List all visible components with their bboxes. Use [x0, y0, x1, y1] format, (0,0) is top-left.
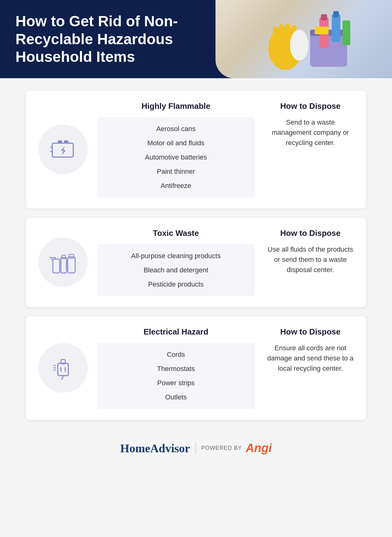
svg-rect-17	[64, 140, 68, 143]
svg-rect-25	[69, 254, 74, 258]
toxic-dispose-column: How to Dispose Use all fluids of the pro…	[267, 228, 354, 296]
battery-icon	[49, 135, 77, 163]
list-item: Paint thinner	[106, 164, 245, 179]
flammable-dispose-column: How to Dispose Send to a waste managemen…	[267, 101, 354, 198]
footer-divider	[195, 442, 196, 454]
list-item: All-purpose cleaning products	[106, 249, 245, 263]
list-item: Aerosol cans	[106, 122, 245, 136]
flammable-body: Highly Flammable Aerosol cans Motor oil …	[97, 101, 354, 198]
flammable-items-column: Highly Flammable Aerosol cans Motor oil …	[97, 101, 255, 198]
svg-rect-13	[315, 27, 329, 34]
toxic-category-label: Toxic Waste	[153, 228, 199, 238]
plug-icon	[49, 354, 77, 382]
list-item: Bleach and detergent	[106, 263, 245, 277]
svg-rect-23	[62, 255, 66, 259]
electrical-dispose-column: How to Dispose Ensure all cords are not …	[267, 327, 354, 409]
svg-rect-22	[61, 258, 66, 273]
svg-rect-16	[58, 140, 62, 143]
svg-rect-5	[279, 24, 284, 36]
list-item: Motor oil and fluids	[106, 136, 245, 150]
footer-brand: HomeAdvisor	[120, 441, 190, 455]
toxic-body: Toxic Waste All-purpose cleaning product…	[97, 228, 354, 296]
svg-line-31	[53, 369, 56, 371]
svg-rect-26	[58, 363, 68, 376]
electrical-dispose-header: How to Dispose	[280, 327, 340, 337]
toxic-icon-circle	[38, 237, 88, 287]
list-item: Automotive batteries	[106, 150, 245, 164]
svg-rect-20	[53, 259, 60, 273]
flammable-icon-circle	[38, 125, 88, 174]
toxic-items-list: All-purpose cleaning products Bleach and…	[97, 244, 255, 296]
cleaning-illustration	[254, 8, 353, 70]
page-header: How to Get Rid of Non-Recyclable Hazardo…	[0, 0, 392, 78]
main-content: Highly Flammable Aerosol cans Motor oil …	[26, 78, 366, 432]
electrical-body: Electrical Hazard Cords Thermostats Powe…	[97, 327, 354, 409]
list-item: Outlets	[106, 390, 245, 404]
list-item: Thermostats	[106, 362, 245, 376]
svg-line-29	[53, 365, 56, 366]
electrical-dispose-text: Ensure all cords are not damage and send…	[267, 343, 354, 373]
svg-rect-11	[333, 11, 339, 17]
svg-point-14	[290, 30, 309, 61]
list-item: Antifreeze	[106, 179, 245, 193]
svg-rect-9	[321, 14, 327, 20]
flammable-dispose-text: Send to a waste management company or re…	[267, 117, 354, 148]
electrical-items-column: Electrical Hazard Cords Thermostats Powe…	[97, 327, 255, 409]
footer-powered-label: POWERED BY	[201, 445, 242, 451]
flammable-dispose-header: How to Dispose	[280, 101, 340, 111]
list-item: Power strips	[106, 376, 245, 390]
flammable-category-label: Highly Flammable	[142, 101, 211, 111]
bottles-icon	[49, 248, 77, 276]
footer-partner: Angi	[246, 441, 272, 455]
list-item: Pesticide products	[106, 277, 245, 292]
toxic-items-column: Toxic Waste All-purpose cleaning product…	[97, 228, 255, 296]
flammable-card: Highly Flammable Aerosol cans Motor oil …	[26, 91, 366, 208]
page-footer: HomeAdvisor POWERED BY Angi	[0, 432, 392, 467]
electrical-icon-circle	[38, 343, 88, 393]
electrical-card: Electrical Hazard Cords Thermostats Powe…	[26, 316, 366, 420]
svg-rect-10	[332, 14, 340, 42]
header-image	[215, 0, 392, 78]
header-photo	[215, 0, 392, 78]
svg-rect-4	[273, 27, 278, 37]
list-item: Cords	[106, 347, 245, 362]
svg-rect-12	[343, 20, 350, 45]
svg-rect-24	[68, 257, 75, 273]
electrical-items-list: Cords Thermostats Power strips Outlets	[97, 343, 255, 409]
toxic-card: Toxic Waste All-purpose cleaning product…	[26, 218, 366, 307]
electrical-category-label: Electrical Hazard	[143, 327, 208, 337]
toxic-dispose-text: Use all fluids of the products or send t…	[267, 244, 354, 275]
page-title: How to Get Rid of Non-Recyclable Hazardo…	[15, 12, 200, 66]
toxic-dispose-header: How to Dispose	[280, 228, 340, 238]
svg-rect-6	[285, 23, 290, 36]
flammable-items-list: Aerosol cans Motor oil and fluids Automo…	[97, 117, 255, 198]
header-text: How to Get Rid of Non-Recyclable Hazardo…	[0, 0, 215, 78]
svg-line-21	[50, 257, 51, 258]
